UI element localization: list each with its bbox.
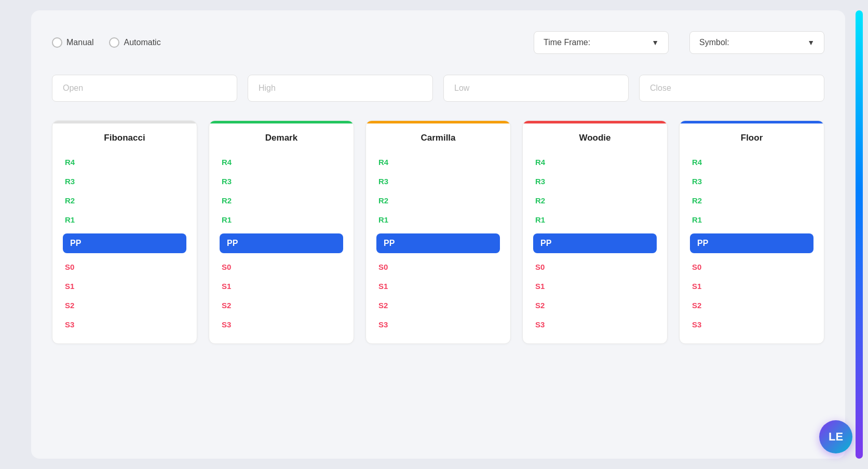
level-demark-r3: R3 bbox=[220, 173, 343, 190]
level-fibonacci-r2: R2 bbox=[63, 192, 186, 209]
level-fibonacci-r3: R3 bbox=[63, 173, 186, 190]
level-fibonacci-s0: S0 bbox=[63, 258, 186, 275]
timeframe-dropdown[interactable]: Time Frame: ▼ bbox=[534, 31, 669, 54]
level-carmilla-pp: PP bbox=[376, 233, 500, 253]
mode-radio-group: Manual Automatic bbox=[52, 37, 161, 48]
top-controls: Manual Automatic Time Frame: ▼ Symbol: ▼ bbox=[52, 31, 824, 54]
level-carmilla-s2: S2 bbox=[376, 297, 500, 314]
level-fibonacci-s2: S2 bbox=[63, 297, 186, 314]
card-floor-title: Floor bbox=[680, 123, 824, 148]
card-carmilla-title: Carmilla bbox=[366, 123, 510, 148]
close-input[interactable] bbox=[639, 75, 824, 102]
level-demark-s0: S0 bbox=[220, 258, 343, 275]
card-demark-body: R4R3R2R1PPS0S1S2S3 bbox=[209, 148, 354, 343]
card-woodie: WoodieR4R3R2R1PPS0S1S2S3 bbox=[522, 120, 668, 344]
level-demark-r2: R2 bbox=[220, 192, 343, 209]
level-floor-r3: R3 bbox=[690, 173, 813, 190]
card-carmilla: CarmillaR4R3R2R1PPS0S1S2S3 bbox=[365, 120, 511, 344]
level-carmilla-r4: R4 bbox=[376, 154, 500, 171]
level-woodie-s0: S0 bbox=[533, 258, 657, 275]
card-floor: FloorR4R3R2R1PPS0S1S2S3 bbox=[679, 120, 824, 344]
manual-radio[interactable]: Manual bbox=[52, 37, 93, 48]
level-carmilla-s0: S0 bbox=[376, 258, 500, 275]
level-fibonacci-s1: S1 bbox=[63, 278, 186, 295]
level-floor-s3: S3 bbox=[690, 316, 813, 333]
open-input[interactable] bbox=[52, 75, 237, 102]
level-demark-r1: R1 bbox=[220, 211, 343, 228]
level-demark-r4: R4 bbox=[220, 154, 343, 171]
low-input[interactable] bbox=[443, 75, 629, 102]
main-panel: Manual Automatic Time Frame: ▼ Symbol: ▼… bbox=[31, 10, 845, 459]
level-woodie-r2: R2 bbox=[533, 192, 657, 209]
level-carmilla-r2: R2 bbox=[376, 192, 500, 209]
level-fibonacci-r1: R1 bbox=[63, 211, 186, 228]
logo-badge[interactable]: LE bbox=[819, 420, 852, 453]
level-floor-pp: PP bbox=[690, 233, 813, 253]
level-floor-r4: R4 bbox=[690, 154, 813, 171]
level-floor-r1: R1 bbox=[690, 211, 813, 228]
level-woodie-pp: PP bbox=[533, 233, 657, 253]
level-floor-s0: S0 bbox=[690, 258, 813, 275]
level-demark-s2: S2 bbox=[220, 297, 343, 314]
automatic-radio[interactable]: Automatic bbox=[109, 37, 160, 48]
pivot-cards-grid: FibonacciR4R3R2R1PPS0S1S2S3DemarkR4R3R2R… bbox=[52, 120, 824, 344]
level-floor-s2: S2 bbox=[690, 297, 813, 314]
level-carmilla-r3: R3 bbox=[376, 173, 500, 190]
level-carmilla-s3: S3 bbox=[376, 316, 500, 333]
automatic-label: Automatic bbox=[124, 38, 160, 47]
card-demark: DemarkR4R3R2R1PPS0S1S2S3 bbox=[209, 120, 354, 344]
level-floor-s1: S1 bbox=[690, 278, 813, 295]
right-accent-bar bbox=[856, 10, 863, 459]
card-woodie-title: Woodie bbox=[523, 123, 667, 148]
high-input[interactable] bbox=[248, 75, 433, 102]
level-woodie-r1: R1 bbox=[533, 211, 657, 228]
level-fibonacci-pp: PP bbox=[63, 233, 186, 253]
level-woodie-r4: R4 bbox=[533, 154, 657, 171]
level-woodie-s3: S3 bbox=[533, 316, 657, 333]
level-carmilla-r1: R1 bbox=[376, 211, 500, 228]
symbol-label: Symbol: bbox=[699, 38, 729, 47]
automatic-radio-circle bbox=[109, 37, 119, 48]
level-fibonacci-s3: S3 bbox=[63, 316, 186, 333]
card-fibonacci: FibonacciR4R3R2R1PPS0S1S2S3 bbox=[52, 120, 197, 344]
level-demark-s1: S1 bbox=[220, 278, 343, 295]
level-carmilla-s1: S1 bbox=[376, 278, 500, 295]
card-fibonacci-title: Fibonacci bbox=[52, 123, 197, 148]
card-woodie-body: R4R3R2R1PPS0S1S2S3 bbox=[523, 148, 667, 343]
card-demark-title: Demark bbox=[209, 123, 354, 148]
level-demark-s3: S3 bbox=[220, 316, 343, 333]
card-fibonacci-body: R4R3R2R1PPS0S1S2S3 bbox=[52, 148, 197, 343]
level-woodie-r3: R3 bbox=[533, 173, 657, 190]
level-woodie-s2: S2 bbox=[533, 297, 657, 314]
manual-label: Manual bbox=[66, 38, 93, 47]
level-fibonacci-r4: R4 bbox=[63, 154, 186, 171]
ohlc-row bbox=[52, 75, 824, 102]
level-woodie-s1: S1 bbox=[533, 278, 657, 295]
manual-radio-circle bbox=[52, 37, 62, 48]
symbol-chevron-icon: ▼ bbox=[807, 38, 815, 47]
card-carmilla-body: R4R3R2R1PPS0S1S2S3 bbox=[366, 148, 510, 343]
timeframe-chevron-icon: ▼ bbox=[652, 38, 659, 47]
level-demark-pp: PP bbox=[220, 233, 343, 253]
card-floor-body: R4R3R2R1PPS0S1S2S3 bbox=[680, 148, 824, 343]
timeframe-label: Time Frame: bbox=[544, 38, 590, 47]
level-floor-r2: R2 bbox=[690, 192, 813, 209]
symbol-dropdown[interactable]: Symbol: ▼ bbox=[689, 31, 824, 54]
